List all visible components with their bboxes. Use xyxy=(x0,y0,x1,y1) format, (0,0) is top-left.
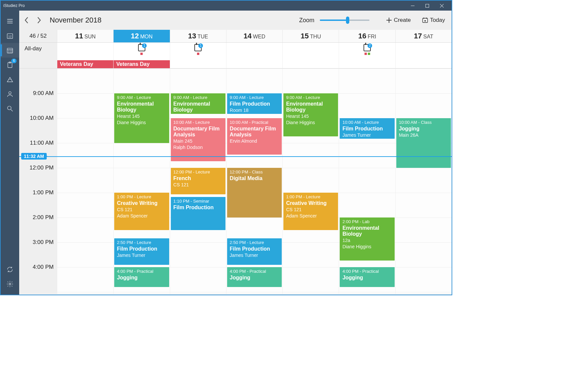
svg-point-21 xyxy=(9,283,11,285)
create-label: Create xyxy=(394,17,411,24)
homework-icon[interactable] xyxy=(364,44,371,51)
sync-button[interactable] xyxy=(1,262,19,277)
day-col-tue[interactable]: 9:00 AM - LectureEnvironmental Biology10… xyxy=(170,69,226,294)
homework-icon[interactable] xyxy=(194,44,202,51)
event[interactable]: 12:00 PM - ClassDigital Media xyxy=(227,168,282,217)
allday-label: All-day xyxy=(19,43,57,68)
event-sub: Ralph Dodson xyxy=(173,144,223,150)
allday-mon[interactable]: Veterans Day xyxy=(113,43,170,68)
svg-point-18 xyxy=(9,92,11,94)
svg-rect-1 xyxy=(425,4,429,7)
allday-sat[interactable] xyxy=(395,43,452,68)
allday-fri[interactable] xyxy=(339,43,395,68)
sidebar-item-search[interactable] xyxy=(1,101,19,116)
event[interactable]: 2:00 PM - LabEnvironmental Biology12aDia… xyxy=(340,217,394,261)
event[interactable]: 9:00 AM - LectureFilm ProductionRoom 18 xyxy=(227,93,282,114)
minimize-button[interactable] xyxy=(405,1,420,11)
sidebar-item-today[interactable]: 12 xyxy=(1,28,19,43)
event[interactable]: 2:50 PM - LectureFilm ProductionJames Tu… xyxy=(227,238,282,265)
event-sub: James Turner xyxy=(230,252,279,258)
event-sub: James Turner xyxy=(342,132,392,138)
sidebar: 12 6 xyxy=(1,11,19,295)
next-week-button[interactable] xyxy=(34,14,44,27)
allday-row: All-day Veterans Day Veterans Day xyxy=(19,43,452,69)
maximize-button[interactable] xyxy=(420,1,434,11)
event-sub: Main 26A xyxy=(399,132,448,138)
event[interactable]: 9:00 AM - LectureEnvironmental Biology xyxy=(171,93,225,114)
assignments-badge: 6 xyxy=(11,59,17,63)
event[interactable]: 12:00 PM - LectureFrenchCS 121 xyxy=(171,168,225,194)
sidebar-item-calendar[interactable] xyxy=(1,43,19,58)
prev-week-button[interactable] xyxy=(22,14,31,27)
event[interactable]: 10:00 AM - LectureFilm ProductionJames T… xyxy=(340,118,394,139)
day-head-fri[interactable]: 16FRI xyxy=(339,30,395,42)
sidebar-item-assignments[interactable]: 6 xyxy=(1,58,19,72)
event-meta: 9:00 AM - Lecture xyxy=(230,95,279,101)
day-head-thu[interactable]: 15THU xyxy=(282,30,339,42)
event-meta: 2:00 PM - Lab xyxy=(342,219,392,225)
calendar-dot-icon xyxy=(422,17,428,23)
allday-event[interactable]: Veterans Day xyxy=(114,60,170,68)
day-head-sun[interactable]: 11SUN xyxy=(57,30,113,42)
today-button[interactable]: Today xyxy=(421,16,446,25)
day-col-sun[interactable] xyxy=(57,69,113,294)
event[interactable]: 1:10 PM - SeminarFilm Production xyxy=(171,197,225,230)
event-title: Creative Writing xyxy=(117,200,166,206)
event[interactable]: 9:00 AM - LectureEnvironmental BiologyHe… xyxy=(283,93,338,136)
menu-button[interactable] xyxy=(1,14,19,28)
day-col-thu[interactable]: 9:00 AM - LectureEnvironmental BiologyHe… xyxy=(282,69,339,294)
event-sub: Diane Higgins xyxy=(286,120,335,125)
event-sub: Ervin Almond xyxy=(230,138,279,144)
week-number: 46 / 52 xyxy=(19,30,57,42)
event[interactable]: 10:00 AM - PracticalDocumentary Film Ana… xyxy=(227,118,282,155)
day-col-fri[interactable]: 10:00 AM - LectureFilm ProductionJames T… xyxy=(339,69,395,294)
day-col-wed[interactable]: 9:00 AM - LectureFilm ProductionRoom 181… xyxy=(226,69,282,294)
event-meta: 1:00 PM - Lecture xyxy=(286,194,335,200)
event-title: Environmental Biology xyxy=(286,101,335,113)
event[interactable]: 4:00 PM - PracticalJogging xyxy=(114,267,169,287)
event[interactable]: 1:00 PM - LectureCreative WritingCS 121A… xyxy=(283,193,338,230)
zoom-slider[interactable] xyxy=(320,20,369,21)
event-meta: 12:00 PM - Lecture xyxy=(173,169,223,175)
create-button[interactable]: Create xyxy=(385,16,412,25)
allday-sun[interactable]: Veterans Day xyxy=(57,43,113,68)
event-sub: CS 121 xyxy=(173,182,223,188)
day-head-wed[interactable]: 14WED xyxy=(226,30,282,42)
event-title: Jogging xyxy=(399,126,448,132)
close-button[interactable] xyxy=(434,1,449,11)
event-sub: Diane Higgins xyxy=(342,244,392,250)
allday-thu[interactable] xyxy=(282,43,339,68)
event-title: Film Production xyxy=(173,205,223,211)
homework-icon[interactable] xyxy=(138,44,145,51)
sidebar-item-instructors[interactable] xyxy=(1,87,19,101)
day-head-mon[interactable]: 12MON xyxy=(113,30,170,42)
event[interactable]: 10:00 AM - LectureDocumentary Film Analy… xyxy=(171,118,225,161)
event[interactable]: 4:00 PM - PracticalJogging xyxy=(340,267,394,287)
event-meta: 10:00 AM - Lecture xyxy=(173,120,223,125)
settings-button[interactable] xyxy=(1,277,19,291)
event-sub: Hearst 145 xyxy=(286,113,335,119)
event[interactable]: 10:00 AM - ClassJoggingMain 26A xyxy=(396,118,451,168)
svg-text:12: 12 xyxy=(8,35,12,38)
event-meta: 2:50 PM - Lecture xyxy=(230,240,279,246)
event-title: Creative Writing xyxy=(286,200,335,206)
day-col-sat[interactable]: 10:00 AM - ClassJoggingMain 26A xyxy=(395,69,452,294)
event-meta: 10:00 AM - Lecture xyxy=(342,120,392,125)
now-line xyxy=(19,156,452,157)
event-meta: 10:00 AM - Class xyxy=(399,120,448,125)
event[interactable]: 4:00 PM - PracticalJogging xyxy=(227,267,282,287)
day-head-tue[interactable]: 13TUE xyxy=(170,30,226,42)
sidebar-item-planner[interactable] xyxy=(1,72,19,87)
event-title: Digital Media xyxy=(230,175,279,181)
allday-event[interactable]: Veterans Day xyxy=(57,60,113,68)
event[interactable]: 9:00 AM - LectureEnvironmental BiologyHe… xyxy=(114,93,169,143)
day-head-sat[interactable]: 17SAT xyxy=(395,30,452,42)
event-sub: Adam Spencer xyxy=(117,213,166,219)
allday-wed[interactable] xyxy=(226,43,282,68)
event-sub: Diane Higgins xyxy=(117,120,166,125)
allday-tue[interactable] xyxy=(170,43,226,68)
event[interactable]: 1:00 PM - LectureCreative WritingCS 121A… xyxy=(114,193,169,230)
day-col-mon[interactable]: 9:00 AM - LectureEnvironmental BiologyHe… xyxy=(113,69,170,294)
event-meta: 1:10 PM - Seminar xyxy=(173,198,223,204)
event[interactable]: 2:50 PM - LectureFilm ProductionJames Tu… xyxy=(114,238,169,265)
